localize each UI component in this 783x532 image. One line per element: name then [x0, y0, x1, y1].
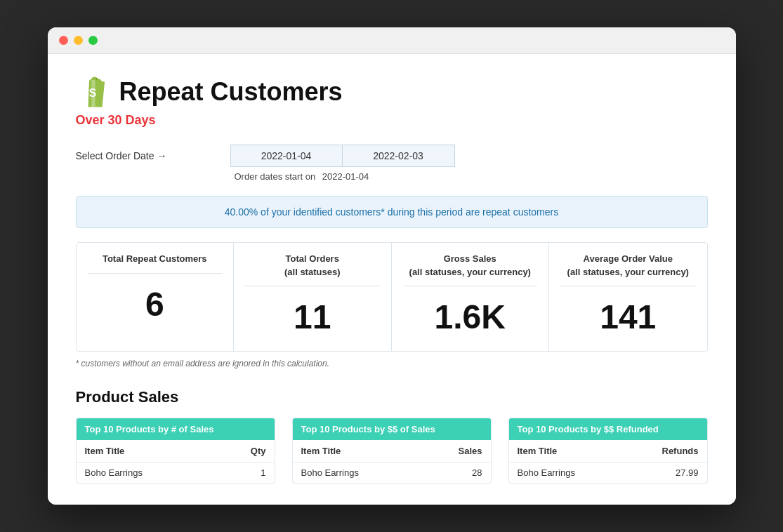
metric-repeat-customers: Total Repeat Customers 6: [77, 243, 235, 350]
start-date-input[interactable]: 2022-01-04: [230, 145, 343, 167]
close-button[interactable]: [59, 36, 68, 45]
metric-avg-order-label: Average Order Value(all statuses, your c…: [560, 253, 696, 286]
metric-total-orders-label: Total Orders(all statuses): [245, 253, 380, 286]
end-date-input[interactable]: 2022-02-03: [343, 145, 455, 167]
date-starts-label: Order dates start on: [235, 171, 316, 182]
footnote: * customers without an email address are…: [76, 359, 708, 368]
col-item-title: Item Title: [518, 446, 558, 456]
row-item-title: Boho Earrings: [518, 467, 575, 478]
col-refunds: Refunds: [662, 446, 699, 456]
row-item-title: Boho Earrings: [301, 467, 359, 478]
row-item-title: Boho Earrings: [85, 467, 143, 478]
table-products-by-refunds: Top 10 Products by $$ Refunded Item Titl…: [508, 418, 708, 484]
table-row: Boho Earrings 28: [293, 463, 491, 483]
date-selector-row: Select Order Date → 2022-01-04 2022-02-0…: [76, 145, 708, 167]
metric-total-orders-value: 11: [245, 293, 380, 341]
metric-repeat-customers-label: Total Repeat Customers: [88, 253, 223, 273]
metrics-grid: Total Repeat Customers 6 Total Orders(al…: [76, 242, 708, 351]
table-row: Boho Earrings 1: [77, 463, 275, 483]
row-qty: 1: [261, 467, 265, 478]
date-label: Select Order Date →: [76, 150, 230, 161]
table-products-by-sales-col-headers: Item Title Sales: [293, 440, 491, 463]
row-refunds: 27.99: [676, 467, 699, 478]
main-content: S Repeat Customers Over 30 Days Select O…: [48, 54, 736, 504]
table-row: Boho Earrings 27.99: [509, 463, 707, 483]
metric-repeat-customers-value: 6: [88, 281, 223, 328]
metric-avg-order: Average Order Value(all statuses, your c…: [549, 243, 707, 350]
metric-gross-sales-value: 1.6K: [403, 293, 538, 341]
minimize-button[interactable]: [74, 36, 83, 45]
table-products-by-sales: Top 10 Products by $$ of Sales Item Titl…: [292, 418, 492, 484]
metric-gross-sales: Gross Sales(all statuses, your currency)…: [392, 243, 550, 350]
date-starts-row: Order dates start on 2022-01-04: [230, 171, 708, 182]
table-products-by-refunds-col-headers: Item Title Refunds: [509, 440, 707, 463]
col-qty: Qty: [251, 446, 266, 456]
titlebar: [48, 27, 736, 54]
table-products-by-sales-header: Top 10 Products by $$ of Sales: [293, 418, 491, 440]
product-sales-title: Product Sales: [76, 388, 708, 406]
shopify-icon: S: [76, 75, 110, 109]
table-products-by-qty-header: Top 10 Products by # of Sales: [77, 418, 275, 440]
metric-avg-order-value: 141: [560, 293, 696, 341]
product-tables: Top 10 Products by # of Sales Item Title…: [76, 418, 708, 484]
svg-text:S: S: [88, 87, 96, 99]
date-starts-value: 2022-01-04: [322, 171, 369, 182]
info-banner: 40.00% of your identified customers* dur…: [76, 196, 708, 228]
col-item-title: Item Title: [85, 446, 125, 456]
page-title: Repeat Customers: [119, 77, 343, 107]
app-window: S Repeat Customers Over 30 Days Select O…: [48, 27, 736, 504]
table-products-by-qty: Top 10 Products by # of Sales Item Title…: [76, 418, 275, 484]
col-sales: Sales: [459, 446, 482, 456]
table-products-by-refunds-header: Top 10 Products by $$ Refunded: [509, 418, 707, 440]
table-products-by-qty-col-headers: Item Title Qty: [77, 440, 275, 463]
maximize-button[interactable]: [88, 36, 98, 45]
page-header: S Repeat Customers: [76, 75, 708, 109]
col-item-title: Item Title: [301, 446, 341, 456]
metric-gross-sales-label: Gross Sales(all statuses, your currency): [403, 253, 538, 286]
row-sales: 28: [472, 467, 482, 478]
metric-total-orders: Total Orders(all statuses) 11: [234, 243, 392, 350]
subtitle: Over 30 Days: [76, 113, 708, 128]
